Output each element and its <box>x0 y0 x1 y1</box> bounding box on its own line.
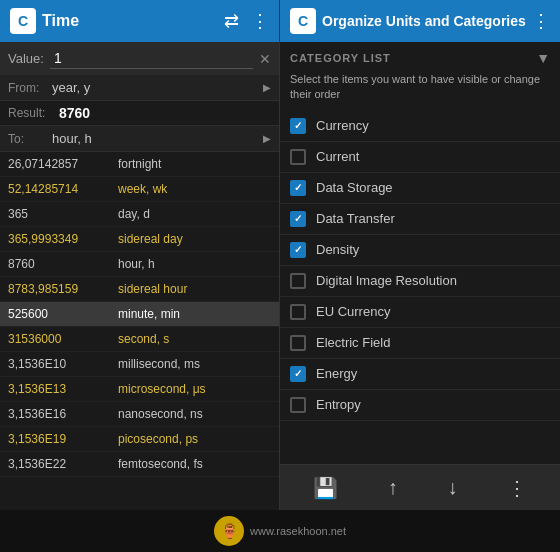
app-icon-left: C <box>10 8 36 34</box>
conversion-item[interactable]: 3,1536E13microsecond, μs <box>0 377 279 402</box>
sort-icon[interactable]: ▼ <box>536 50 550 66</box>
conversion-item[interactable]: 3,1536E16nanosecond, ns <box>0 402 279 427</box>
left-app-title: Time <box>42 12 79 30</box>
conv-number: 3,1536E10 <box>8 357 118 371</box>
result-row: Result: 8760 <box>0 101 279 126</box>
conv-number: 3,1536E13 <box>8 382 118 396</box>
right-header-left: C Organize Units and Categories <box>290 8 526 34</box>
category-name: Electric Field <box>316 335 390 350</box>
to-label: To: <box>8 132 46 146</box>
clear-icon[interactable]: ✕ <box>259 51 271 67</box>
conv-number: 525600 <box>8 307 118 321</box>
input-row: Value: ✕ <box>0 42 279 75</box>
app-icon-right: C <box>290 8 316 34</box>
checkbox[interactable] <box>290 242 306 258</box>
conv-unit: sidereal hour <box>118 282 187 296</box>
conversion-item[interactable]: 26,07142857fortnight <box>0 152 279 177</box>
category-item[interactable]: Density <box>280 235 560 266</box>
right-title: Organize Units and Categories <box>322 13 526 29</box>
conv-unit: picosecond, ps <box>118 432 198 446</box>
left-panel: C Time ⇄ ⋮ Value: ✕ From: year, y ▶ Resu… <box>0 0 280 510</box>
save-button[interactable]: 💾 <box>305 472 346 504</box>
conversion-item[interactable]: 52,14285714week, wk <box>0 177 279 202</box>
category-name: Digital Image Resolution <box>316 273 457 288</box>
conversion-item[interactable]: 8760hour, h <box>0 252 279 277</box>
checkbox[interactable] <box>290 180 306 196</box>
from-row[interactable]: From: year, y ▶ <box>0 75 279 101</box>
conversion-item[interactable]: 3,1536E10millisecond, ms <box>0 352 279 377</box>
conversion-item[interactable]: 3,1536E19picosecond, ps <box>0 427 279 452</box>
conv-number: 365,9993349 <box>8 232 118 246</box>
conv-unit: second, s <box>118 332 169 346</box>
category-item[interactable]: Electric Field <box>280 328 560 359</box>
left-header: C Time ⇄ ⋮ <box>0 0 279 42</box>
conv-number: 52,14285714 <box>8 182 118 196</box>
category-description: Select the items you want to have visibl… <box>280 70 560 111</box>
checkbox[interactable] <box>290 211 306 227</box>
checkbox[interactable] <box>290 118 306 134</box>
more-icon-left[interactable]: ⋮ <box>251 10 269 32</box>
conversion-item[interactable]: 365day, d <box>0 202 279 227</box>
swap-icon[interactable]: ⇄ <box>224 10 239 32</box>
conv-number: 8783,985159 <box>8 282 118 296</box>
from-label: From: <box>8 81 46 95</box>
checkbox[interactable] <box>290 304 306 320</box>
conv-number: 8760 <box>8 257 118 271</box>
category-item[interactable]: Energy <box>280 359 560 390</box>
conv-number: 365 <box>8 207 118 221</box>
conv-unit: microsecond, μs <box>118 382 206 396</box>
watermark-bar: 🏺 www.rasekhoon.net <box>0 510 560 552</box>
category-list-label: CATEGORY LIST <box>290 52 391 64</box>
category-item[interactable]: Entropy <box>280 390 560 421</box>
category-header: CATEGORY LIST ▼ <box>280 42 560 70</box>
checkbox[interactable] <box>290 335 306 351</box>
category-name: Energy <box>316 366 357 381</box>
category-name: Entropy <box>316 397 361 412</box>
move-down-button[interactable]: ↓ <box>439 472 465 503</box>
result-value: 8760 <box>59 105 90 121</box>
conversion-item[interactable]: 365,9993349sidereal day <box>0 227 279 252</box>
conversion-item[interactable]: 8783,985159sidereal hour <box>0 277 279 302</box>
to-row[interactable]: To: hour, h ▶ <box>0 126 279 152</box>
from-dropdown-icon: ▶ <box>263 82 271 93</box>
watermark-text: www.rasekhoon.net <box>250 525 346 537</box>
conversion-item[interactable]: 525600minute, min <box>0 302 279 327</box>
conv-number: 3,1536E16 <box>8 407 118 421</box>
category-item[interactable]: Digital Image Resolution <box>280 266 560 297</box>
category-item[interactable]: EU Currency <box>280 297 560 328</box>
category-name: Current <box>316 149 359 164</box>
conv-unit: week, wk <box>118 182 167 196</box>
conv-number: 26,07142857 <box>8 157 118 171</box>
category-name: Density <box>316 242 359 257</box>
checkbox[interactable] <box>290 149 306 165</box>
conv-unit: sidereal day <box>118 232 183 246</box>
move-up-button[interactable]: ↑ <box>380 472 406 503</box>
left-header-icons: ⇄ ⋮ <box>224 10 269 32</box>
conversion-list: 26,07142857fortnight52,14285714week, wk3… <box>0 152 279 510</box>
category-item[interactable]: Data Storage <box>280 173 560 204</box>
conv-number: 3,1536E19 <box>8 432 118 446</box>
conv-number: 31536000 <box>8 332 118 346</box>
conv-unit: minute, min <box>118 307 180 321</box>
more-options-button[interactable]: ⋮ <box>499 472 535 504</box>
checkbox[interactable] <box>290 397 306 413</box>
right-bottom-bar: 💾 ↑ ↓ ⋮ <box>280 464 560 510</box>
category-item[interactable]: Current <box>280 142 560 173</box>
checkbox[interactable] <box>290 273 306 289</box>
right-panel: C Organize Units and Categories ⋮ CATEGO… <box>280 0 560 510</box>
category-name: Data Storage <box>316 180 393 195</box>
value-label: Value: <box>8 51 44 66</box>
to-value: hour, h <box>52 131 257 146</box>
value-input[interactable] <box>50 48 253 69</box>
checkbox[interactable] <box>290 366 306 382</box>
category-item[interactable]: Currency <box>280 111 560 142</box>
left-header-left: C Time <box>10 8 79 34</box>
to-dropdown-icon: ▶ <box>263 133 271 144</box>
more-icon-right[interactable]: ⋮ <box>532 10 550 32</box>
result-label: Result: <box>8 106 53 120</box>
conversion-item[interactable]: 3,1536E22femtosecond, fs <box>0 452 279 477</box>
conversion-item[interactable]: 31536000second, s <box>0 327 279 352</box>
conv-number: 3,1536E22 <box>8 457 118 471</box>
conv-unit: fortnight <box>118 157 161 171</box>
category-item[interactable]: Data Transfer <box>280 204 560 235</box>
